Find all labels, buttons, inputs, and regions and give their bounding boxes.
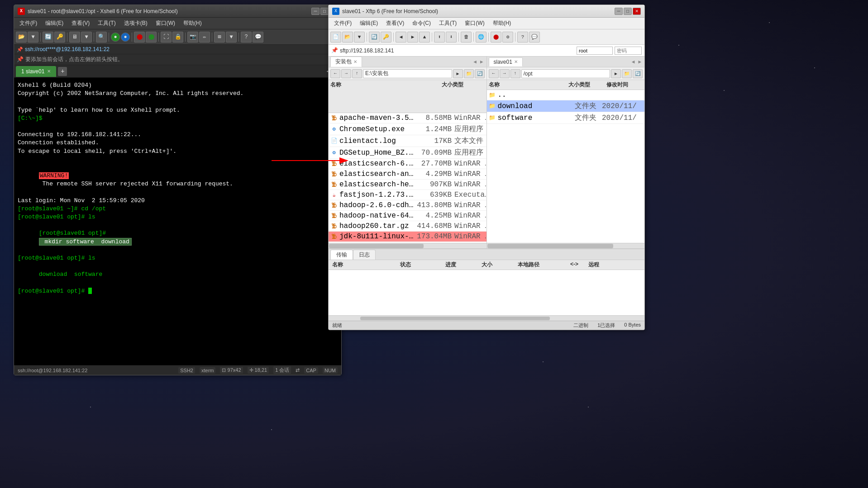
- xftp-bottom-hscroll[interactable]: [329, 315, 644, 321]
- xftp-right-go-btn[interactable]: ▶: [611, 69, 621, 78]
- list-item[interactable]: 🗜 jdk-8u111-linux-x64.... 173.04MB WinRA…: [329, 232, 486, 242]
- xftp-right-file-list[interactable]: 📁 .. 📁 download 文件夹 2020/11/ �: [487, 90, 645, 243]
- toolbar-folder-btn[interactable]: 📂: [16, 32, 27, 43]
- xftp-toolbar-prev[interactable]: ◀: [396, 32, 406, 43]
- xftp-toolbar-download[interactable]: ⬇: [446, 32, 457, 43]
- xftp-left-back-btn[interactable]: ←: [330, 69, 340, 78]
- toolbar-zoom-btn[interactable]: 🔍: [96, 32, 107, 43]
- list-item[interactable]: 🗜 elasticsearch-head-... 907KB WinRAR Z.…: [329, 180, 486, 190]
- xftp-right-tab[interactable]: slave01 ✕: [489, 57, 523, 66]
- xshell-menu-edit[interactable]: 编辑(E): [42, 19, 67, 28]
- xftp-toolbar-help[interactable]: ?: [517, 32, 528, 43]
- list-item[interactable]: 🗜 apache-maven-3.5.... 8.58MB WinRAR Z..…: [329, 113, 486, 123]
- xshell-maximize-btn[interactable]: □: [320, 8, 329, 15]
- toolbar-lock-btn[interactable]: 🔒: [172, 32, 183, 43]
- xftp-right-back-btn[interactable]: ←: [489, 69, 499, 78]
- list-item[interactable]: 📁 software 文件夹 2020/11/: [487, 112, 645, 124]
- list-item[interactable]: 🗜 hadoop260.tar.gz 414.68MB WinRAR ... 2…: [329, 221, 486, 232]
- xftp-toolbar-msg[interactable]: 💬: [529, 32, 540, 43]
- list-item[interactable]: ☕ fastjson-1.2.73.jar 639KB Executabl...…: [329, 190, 486, 200]
- toolbar-expand-btn[interactable]: ⛶: [161, 32, 172, 43]
- xftp-password-input[interactable]: [615, 47, 642, 55]
- xftp-right-hscroll[interactable]: [487, 243, 645, 248]
- toolbar-down-btn[interactable]: ▼: [28, 32, 38, 43]
- xftp-toolbar-dropdown[interactable]: ▼: [354, 32, 365, 43]
- xftp-toolbar-next[interactable]: ▶: [407, 32, 418, 43]
- xshell-menu-view[interactable]: 查看(V): [68, 19, 93, 28]
- list-item[interactable]: 📁 download 文件夹 2020/11/: [487, 100, 645, 112]
- xftp-left-go-btn[interactable]: ▶: [453, 69, 463, 78]
- xshell-tab-1[interactable]: 1 slave01 ✕: [16, 66, 56, 77]
- xftp-minimize-btn[interactable]: ─: [615, 8, 623, 15]
- xshell-menu-tab[interactable]: 选项卡(B): [120, 19, 151, 28]
- xshell-tab-add[interactable]: +: [58, 67, 67, 76]
- xftp-left-refresh-btn[interactable]: 🔄: [475, 69, 485, 78]
- xftp-left-file-list[interactable]: 🗜 apache-maven-3.5.... 8.58MB WinRAR Z..…: [329, 113, 486, 243]
- toolbar-stop-btn[interactable]: ⬤: [134, 32, 145, 43]
- xshell-menu-help[interactable]: 帮助(H): [180, 19, 205, 28]
- xftp-menu-view[interactable]: 查看(V): [382, 19, 408, 28]
- xftp-toolbar-settings[interactable]: ⚙: [502, 32, 513, 43]
- xftp-toolbar-new[interactable]: 📄: [330, 32, 341, 43]
- list-item[interactable]: ⚙ ChromeSetup.exe 1.24MB 应用程序 2020,: [329, 123, 486, 135]
- list-item[interactable]: 📁 ..: [487, 90, 645, 100]
- xftp-right-refresh-btn[interactable]: 🔄: [633, 69, 643, 78]
- toolbar-down2-btn[interactable]: ▼: [81, 32, 92, 43]
- xftp-right-tab-close[interactable]: ✕: [514, 59, 518, 64]
- list-item[interactable]: 🗜 elasticsearch-6.2.2.t... 27.70MB WinRA…: [329, 159, 486, 169]
- xftp-right-fwd-btn[interactable]: →: [500, 69, 510, 78]
- xshell-tab-1-close[interactable]: ✕: [47, 69, 51, 74]
- xshell-menu-window[interactable]: 窗口(W): [152, 19, 179, 28]
- toolbar-color-btn[interactable]: ●: [111, 33, 120, 42]
- xftp-left-path-input[interactable]: [363, 69, 452, 78]
- xshell-menu-file[interactable]: 文件(F): [16, 19, 41, 28]
- xshell-terminal[interactable]: Xshell 6 (Build 0204) Copyright (c) 2002…: [14, 78, 341, 365]
- xftp-transfer-tab[interactable]: 传输: [330, 250, 353, 260]
- list-item[interactable]: 🗜 elasticsearch-analy... 4.29MB WinRAR .…: [329, 169, 486, 180]
- xftp-left-fwd-btn[interactable]: →: [341, 69, 351, 78]
- xftp-toolbar-delete[interactable]: 🗑: [461, 32, 472, 43]
- toolbar-monitor-btn[interactable]: 🖥: [69, 32, 80, 43]
- toolbar-help-btn[interactable]: ?: [241, 32, 252, 43]
- xftp-right-newdir-btn[interactable]: 📁: [622, 69, 632, 78]
- xftp-right-tab-prev[interactable]: ◀: [630, 58, 636, 65]
- xftp-toolbar-up[interactable]: ▲: [419, 32, 430, 43]
- toolbar-write-btn[interactable]: ✏: [199, 32, 210, 43]
- toolbar-refresh-btn[interactable]: 🔄: [43, 32, 53, 43]
- xftp-left-tab[interactable]: 安装包 ✕: [330, 57, 362, 67]
- xftp-toolbar-globe[interactable]: 🌐: [476, 32, 486, 43]
- xftp-right-up-btn[interactable]: ↑: [510, 69, 520, 78]
- xftp-toolbar-upload[interactable]: ⬆: [434, 32, 445, 43]
- xftp-left-hscroll[interactable]: [329, 243, 486, 248]
- list-item[interactable]: ⚙ DGSetup_Home_BZ.... 70.09MB 应用程序 2020,: [329, 147, 486, 159]
- xftp-log-tab[interactable]: 日志: [353, 250, 376, 260]
- xftp-menu-window[interactable]: 窗口(W): [461, 19, 488, 28]
- xftp-left-up-btn[interactable]: ↑: [352, 69, 362, 78]
- toolbar-msg-btn[interactable]: 💬: [253, 32, 263, 43]
- xftp-left-tab-prev[interactable]: ◀: [472, 58, 478, 65]
- xftp-toolbar-folder[interactable]: 📂: [342, 32, 353, 43]
- xftp-left-newdir-btn[interactable]: 📁: [464, 69, 474, 78]
- toolbar-color2-btn[interactable]: ●: [121, 33, 130, 42]
- toolbar-camera-btn[interactable]: 📷: [187, 32, 198, 43]
- xftp-left-tab-close[interactable]: ✕: [353, 59, 357, 64]
- toolbar-down3-btn[interactable]: ▼: [226, 32, 237, 43]
- xshell-minimize-btn[interactable]: ─: [311, 8, 320, 15]
- xftp-close-btn[interactable]: ✕: [633, 8, 641, 15]
- toolbar-grid-btn[interactable]: ⊞: [214, 32, 225, 43]
- xftp-left-tab-next[interactable]: ▶: [479, 58, 485, 65]
- list-item[interactable]: 📄 clientact.log 17KB 文本文件 2020,: [329, 135, 486, 147]
- xftp-toolbar-key[interactable]: 🔑: [381, 32, 391, 43]
- xftp-maximize-btn[interactable]: □: [624, 8, 632, 15]
- list-item[interactable]: 🗜 hadoop-native-64-2... 4.25MB WinRAR ..…: [329, 211, 486, 221]
- xftp-toolbar-refresh[interactable]: 🔄: [369, 32, 380, 43]
- toolbar-play-btn[interactable]: ⬤: [146, 32, 157, 43]
- xftp-toolbar-stop[interactable]: ⬤: [491, 32, 501, 43]
- list-item[interactable]: 🗜 hadoop-2.6.0-cdh5.... 413.80MB WinRAR …: [329, 200, 486, 211]
- xftp-root-input[interactable]: [577, 47, 613, 55]
- xshell-menu-tools[interactable]: 工具(T): [94, 19, 119, 28]
- xftp-menu-edit[interactable]: 编辑(E): [356, 19, 382, 28]
- xftp-menu-cmd[interactable]: 命令(C): [409, 19, 434, 28]
- xftp-menu-tools[interactable]: 工具(T): [435, 19, 460, 28]
- xftp-right-tab-next[interactable]: ▶: [637, 58, 643, 65]
